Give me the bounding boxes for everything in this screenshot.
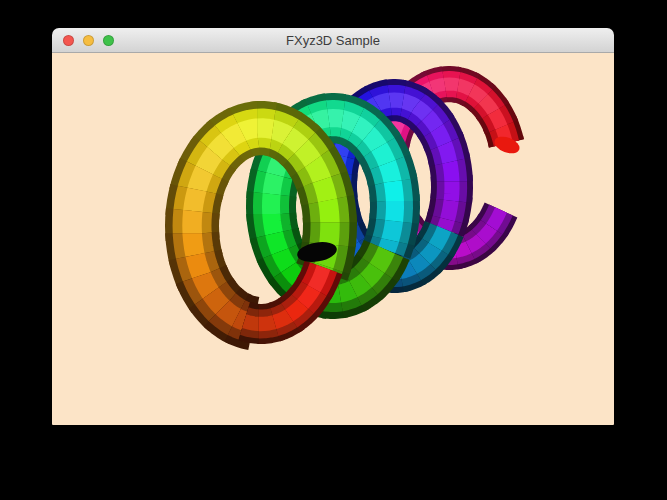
window-titlebar[interactable]: FXyz3D Sample	[52, 28, 614, 53]
traffic-lights	[63, 28, 114, 53]
spring-canvas[interactable]	[52, 53, 614, 425]
zoom-button[interactable]	[103, 35, 114, 46]
desktop-background: FXyz3D Sample	[0, 0, 667, 500]
close-button[interactable]	[63, 35, 74, 46]
viewport-3d[interactable]	[52, 53, 614, 425]
app-window: FXyz3D Sample	[52, 28, 614, 425]
minimize-button[interactable]	[83, 35, 94, 46]
window-title: FXyz3D Sample	[52, 28, 614, 53]
